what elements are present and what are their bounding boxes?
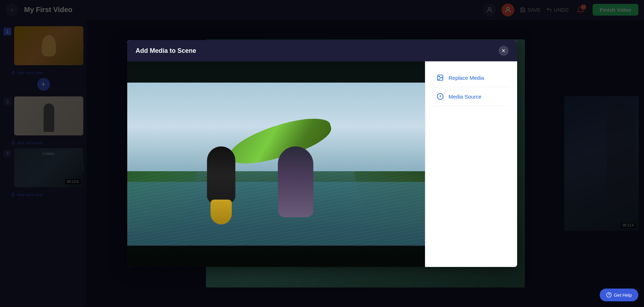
svg-point-6	[438, 76, 439, 77]
modal-overlay[interactable]: Add Media to Scene ×	[0, 0, 644, 307]
circle-icon	[437, 93, 444, 100]
replace-media-label: Replace Media	[449, 75, 484, 81]
basket	[211, 200, 232, 224]
modal-title: Add Media to Scene	[136, 47, 196, 55]
figure-right-container	[269, 146, 322, 231]
replace-media-icon	[436, 73, 444, 82]
modal-body: Replace Media Media Source	[127, 61, 517, 267]
add-media-modal: Add Media to Scene ×	[127, 40, 517, 267]
figure-left-body	[207, 146, 235, 203]
image-icon	[437, 74, 444, 81]
get-help-label: Get Help	[614, 292, 632, 298]
modal-close-button[interactable]: ×	[499, 46, 509, 56]
modal-preview-area	[127, 61, 425, 267]
help-icon	[606, 292, 612, 298]
get-help-button[interactable]: Get Help	[600, 289, 638, 301]
jungle-dark-bottom	[127, 246, 425, 267]
figure-left-container	[198, 146, 244, 224]
replace-media-option[interactable]: Replace Media	[432, 68, 510, 87]
media-source-label: Media Source	[449, 94, 482, 100]
figure-right-body	[278, 146, 313, 217]
jungle-dark-top	[127, 61, 425, 83]
media-source-option[interactable]: Media Source	[432, 87, 510, 106]
modal-options-sidebar: Replace Media Media Source	[425, 61, 517, 267]
media-source-icon	[436, 92, 444, 101]
jungle-scene	[127, 61, 425, 267]
modal-header: Add Media to Scene ×	[127, 40, 517, 61]
